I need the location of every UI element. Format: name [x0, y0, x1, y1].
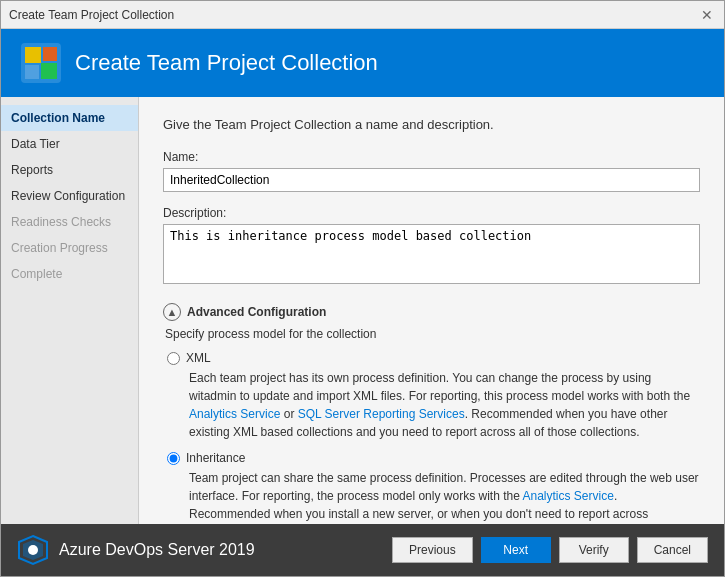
footer-logo: Azure DevOps Server 2019	[17, 534, 255, 566]
sidebar-item-data-tier[interactable]: Data Tier	[1, 131, 138, 157]
svg-rect-1	[25, 47, 41, 63]
sidebar-item-reports[interactable]: Reports	[1, 157, 138, 183]
analytics-service-link-inheritance[interactable]: Analytics Service	[523, 489, 614, 503]
sidebar-item-creation-progress: Creation Progress	[1, 235, 138, 261]
sidebar-item-readiness-checks: Readiness Checks	[1, 209, 138, 235]
cancel-button[interactable]: Cancel	[637, 537, 708, 563]
advanced-subtitle: Specify process model for the collection	[165, 327, 700, 341]
verify-button[interactable]: Verify	[559, 537, 629, 563]
content-area: Give the Team Project Collection a name …	[139, 97, 724, 524]
next-button[interactable]: Next	[481, 537, 551, 563]
footer-buttons: Previous Next Verify Cancel	[392, 537, 708, 563]
footer-logo-icon	[17, 534, 49, 566]
content-intro: Give the Team Project Collection a name …	[163, 117, 700, 132]
sidebar-item-complete: Complete	[1, 261, 138, 287]
window-title: Create Team Project Collection	[9, 8, 174, 22]
radio-row-inheritance: Inheritance	[167, 451, 700, 465]
analytics-service-link-xml[interactable]: Analytics Service	[189, 407, 280, 421]
app-header-icon	[21, 43, 61, 83]
radio-xml-label: XML	[186, 351, 211, 365]
radio-inheritance-label: Inheritance	[186, 451, 245, 465]
svg-rect-3	[25, 65, 39, 79]
title-bar: Create Team Project Collection ✕	[1, 1, 724, 29]
radio-item-xml: XML Each team project has its own proces…	[167, 351, 700, 441]
radio-group: XML Each team project has its own proces…	[167, 351, 700, 524]
advanced-toggle[interactable]: ▲ Advanced Configuration	[163, 303, 700, 321]
advanced-section: ▲ Advanced Configuration Specify process…	[163, 303, 700, 524]
radio-xml-desc: Each team project has its own process de…	[189, 369, 700, 441]
radio-row-xml: XML	[167, 351, 700, 365]
sidebar-item-review-configuration[interactable]: Review Configuration	[1, 183, 138, 209]
radio-xml[interactable]	[167, 352, 180, 365]
svg-point-7	[28, 545, 38, 555]
sidebar: Collection Name Data Tier Reports Review…	[1, 97, 139, 524]
svg-rect-2	[43, 47, 57, 61]
footer-bar: Azure DevOps Server 2019 Previous Next V…	[1, 524, 724, 576]
previous-button[interactable]: Previous	[392, 537, 473, 563]
radio-inheritance[interactable]	[167, 452, 180, 465]
name-label: Name:	[163, 150, 700, 164]
sql-reporting-link[interactable]: SQL Server Reporting Services	[298, 407, 465, 421]
radio-item-inheritance: Inheritance Team project can share the s…	[167, 451, 700, 524]
advanced-toggle-label: Advanced Configuration	[187, 305, 326, 319]
header-title: Create Team Project Collection	[75, 50, 378, 76]
advanced-toggle-icon: ▲	[163, 303, 181, 321]
close-icon[interactable]: ✕	[698, 6, 716, 24]
description-input[interactable]: This is inheritance process model based …	[163, 224, 700, 284]
main-content: Collection Name Data Tier Reports Review…	[1, 97, 724, 524]
description-label: Description:	[163, 206, 700, 220]
header-bar: Create Team Project Collection	[1, 29, 724, 97]
sidebar-item-collection-name[interactable]: Collection Name	[1, 105, 138, 131]
name-input[interactable]	[163, 168, 700, 192]
radio-inheritance-desc: Team project can share the same process …	[189, 469, 700, 524]
footer-title: Azure DevOps Server 2019	[59, 541, 255, 559]
svg-rect-4	[41, 63, 57, 79]
